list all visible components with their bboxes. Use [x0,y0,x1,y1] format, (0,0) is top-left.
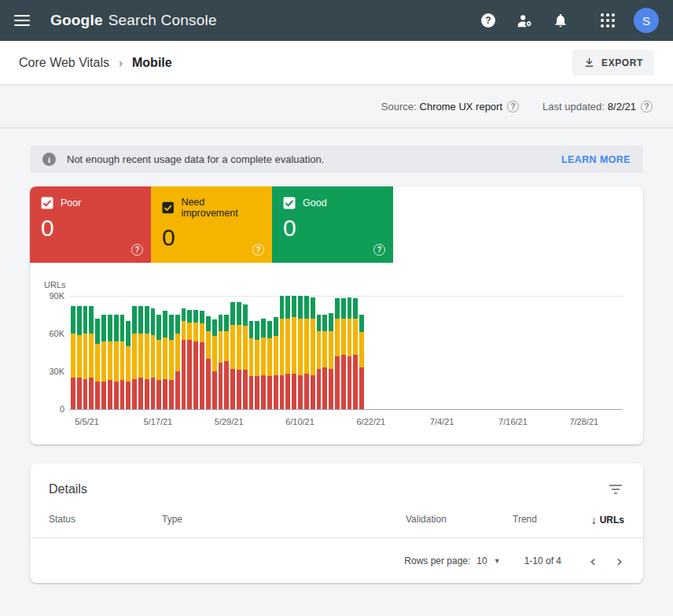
stacked-bar[interactable] [280,296,285,409]
tile-poor[interactable]: Poor 0 ? [30,186,151,263]
tile-help-icon[interactable]: ? [373,244,385,256]
stacked-bar[interactable] [145,296,149,409]
stacked-bar[interactable] [353,296,358,409]
stacked-bar[interactable] [187,296,192,409]
bar-segment [285,296,290,319]
stacked-bar[interactable] [95,296,100,409]
bar-segment [280,375,285,409]
stacked-bar[interactable] [335,296,340,409]
rows-per-page-value: 10 [476,555,487,566]
rows-per-page-select[interactable]: Rows per page: 10 ▼ [404,555,500,566]
tile-need-improvement[interactable]: Need improvement 0 ? [151,186,272,263]
bar-segment [249,338,254,376]
stacked-bar[interactable] [156,296,161,409]
bar-segment [274,375,278,409]
source-help-icon[interactable]: ? [507,101,519,113]
stacked-bar[interactable] [132,296,137,409]
bar-segment [267,376,272,409]
stacked-bar[interactable] [175,296,180,409]
filter-button[interactable] [607,481,624,498]
stacked-bar[interactable] [292,296,296,409]
stacked-bar[interactable] [212,296,217,409]
stacked-bar[interactable] [298,296,303,409]
stacked-bar[interactable] [83,296,88,409]
sort-desc-icon: ↓ [591,514,597,526]
user-settings-button[interactable] [516,12,533,29]
stacked-bar[interactable] [193,296,198,409]
stacked-bar[interactable] [243,296,248,409]
stacked-bar[interactable] [261,296,266,409]
stacked-bar[interactable] [126,296,131,409]
breadcrumb-section[interactable]: Core Web Vitals [19,56,109,70]
stacked-bar[interactable] [151,296,156,409]
checkbox-checked-icon[interactable] [162,201,174,214]
stacked-bar[interactable] [267,296,272,409]
bar-segment [169,340,174,380]
stacked-bar[interactable] [219,296,223,409]
bar-segment [329,313,333,330]
tile-help-icon[interactable]: ? [131,244,143,256]
bar-segment [182,308,186,321]
bar-segment [193,341,198,409]
stacked-bar[interactable] [89,296,94,409]
bar-segment [145,334,149,379]
menu-icon[interactable] [14,15,30,26]
column-type[interactable]: Type [162,514,406,526]
previous-page-button[interactable]: ‹ [585,553,601,569]
app-logo[interactable]: Google Search Console [50,12,217,29]
bar-segment [219,315,223,331]
stacked-bar[interactable] [249,296,254,409]
updated-help-icon[interactable]: ? [641,101,653,113]
column-urls-sorted[interactable]: ↓ URLs [591,514,624,526]
stacked-bar[interactable] [206,296,211,409]
stacked-bar[interactable] [200,296,204,409]
next-page-button[interactable]: › [612,553,627,569]
stacked-bar[interactable] [359,296,364,409]
stacked-bar[interactable] [101,296,106,409]
bar-segment [114,382,119,409]
apps-grid-icon[interactable] [601,13,615,28]
tile-help-icon[interactable]: ? [252,244,264,256]
checkbox-checked-icon[interactable] [283,197,296,209]
stacked-bar[interactable] [274,296,278,409]
bar-segment [175,371,180,409]
stacked-bar[interactable] [182,296,186,409]
checkbox-checked-icon[interactable] [41,197,53,209]
stacked-bar[interactable] [341,296,346,409]
bar-segment [169,380,174,409]
stacked-bar[interactable] [285,296,290,409]
column-status[interactable]: Status [49,514,162,526]
bar-segment [335,319,340,356]
stacked-bar[interactable] [322,296,327,409]
stacked-bar[interactable] [304,296,309,409]
stacked-bar[interactable] [114,296,119,409]
column-trend[interactable]: Trend [513,514,591,526]
stacked-bar[interactable] [317,296,322,409]
stacked-bar[interactable] [108,296,112,409]
details-card: Details Status Type Validation Trend ↓ U… [30,463,643,583]
stacked-bar[interactable] [329,296,333,409]
column-validation[interactable]: Validation [406,514,513,526]
stacked-bar[interactable] [348,296,352,409]
help-button[interactable]: ? [480,12,497,29]
stacked-bar[interactable] [230,296,235,409]
export-button[interactable]: EXPORT [572,50,654,76]
stacked-bar[interactable] [169,296,174,409]
stacked-bar[interactable] [138,296,143,409]
bar-segment [77,378,82,409]
notifications-button[interactable] [552,12,569,29]
stacked-bar[interactable] [120,296,125,409]
chevron-right-icon: › [119,56,123,69]
stacked-bar[interactable] [163,296,167,409]
stacked-bar[interactable] [77,296,82,409]
bar-segment [267,321,272,338]
stacked-bar[interactable] [71,296,75,409]
stacked-bar[interactable] [237,296,241,409]
tile-good[interactable]: Good 0 ? [272,186,393,263]
bar-segment [101,341,106,382]
stacked-bar[interactable] [311,296,315,409]
stacked-bar[interactable] [255,296,259,409]
stacked-bar[interactable] [224,296,229,409]
learn-more-link[interactable]: LEARN MORE [561,154,631,165]
account-avatar[interactable]: S [634,8,659,33]
